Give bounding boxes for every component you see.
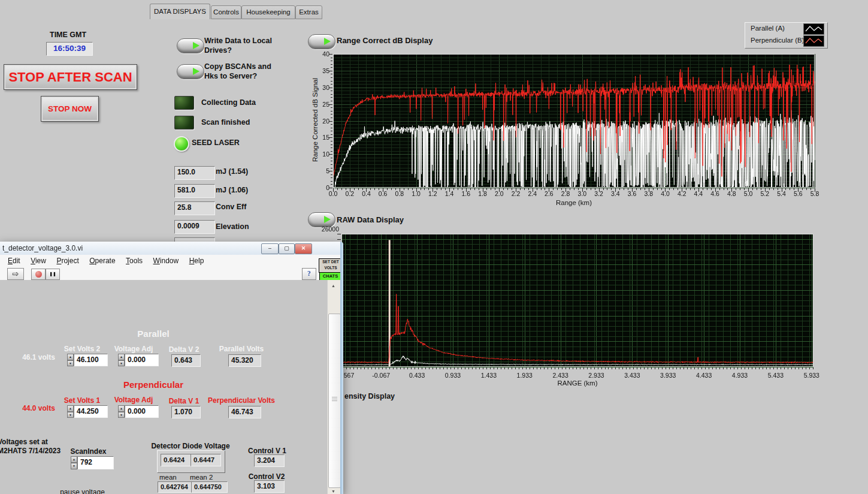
- menu-tools[interactable]: Tools: [126, 255, 143, 267]
- scan-index-label: ScanIndex: [66, 447, 111, 456]
- close-button[interactable]: ✕: [295, 243, 312, 254]
- perpendicular-heading: Perpendicular: [108, 379, 198, 390]
- toggle-arrow-icon: [324, 38, 331, 45]
- mean2-label: mean 2: [190, 474, 213, 481]
- tick-label: 5.6: [794, 190, 803, 197]
- tick-label: 4.433: [696, 372, 712, 379]
- toggle-arrow-icon: [193, 42, 199, 49]
- vi-menu-bar: Edit View Project Operate Tools Window H…: [0, 255, 317, 267]
- menu-view[interactable]: View: [31, 255, 46, 267]
- conv-eff-readout: 25.8: [174, 201, 215, 215]
- menu-project[interactable]: Project: [56, 255, 78, 267]
- tick-label: 30: [310, 84, 329, 91]
- menu-operate[interactable]: Operate: [89, 255, 115, 267]
- menu-help[interactable]: Help: [189, 255, 204, 267]
- set-volts-1-spinner[interactable]: ▲▼: [67, 405, 74, 418]
- context-help-button[interactable]: ?: [302, 268, 316, 280]
- tick-label: 3.933: [660, 372, 676, 379]
- tick-label: 0.6: [379, 190, 388, 197]
- write-data-toggle[interactable]: [177, 38, 204, 53]
- tick-label: 1.433: [481, 372, 497, 379]
- scroll-down-icon[interactable]: ▼: [331, 489, 335, 493]
- raw-data-x-axis-label: RANGE (km): [530, 379, 625, 387]
- tick-label: 4.8: [727, 190, 736, 197]
- raw-data-chart-canvas: [333, 229, 827, 382]
- tick-label: 35: [310, 67, 329, 74]
- tick-label: 5.933: [804, 372, 819, 379]
- tab-data-displays[interactable]: DATA DISPLAYS: [150, 4, 210, 19]
- abort-dot-icon: [35, 271, 42, 278]
- stop-after-scan-button[interactable]: STOP AFTER SCAN: [4, 64, 137, 90]
- tick-label: 0.4: [362, 190, 371, 197]
- minimize-button[interactable]: –: [261, 243, 279, 254]
- maximize-button[interactable]: ▢: [279, 243, 295, 254]
- tick-label: 25: [310, 101, 329, 108]
- range-correct-display-toggle[interactable]: [308, 34, 335, 49]
- pause-button[interactable]: ❚❚: [46, 269, 60, 280]
- voltage-adj-2-input[interactable]: 0.000: [125, 354, 159, 366]
- scan-index-input[interactable]: 792: [77, 456, 114, 469]
- run-button[interactable]: ⇨: [7, 268, 24, 280]
- delta-v-2-display: 0.643: [171, 354, 201, 367]
- set-volts-2-input[interactable]: 46.100: [74, 354, 108, 366]
- tick-label: 1.4: [445, 190, 454, 197]
- set-volts-1-input[interactable]: 44.250: [74, 405, 108, 418]
- tick-label: 4.6: [710, 190, 719, 197]
- vi-vertical-scrollbar[interactable]: ▲ ▼: [327, 280, 341, 494]
- vi-title-bar[interactable]: t_detector_voltage_3.0.vi – ▢ ✕: [0, 242, 343, 255]
- vi-window-title: t_detector_voltage_3.0.vi: [2, 244, 83, 252]
- tab-extras[interactable]: Extras: [295, 5, 322, 19]
- plot-legend[interactable]: Parallel (A) Perpendicular (B): [745, 22, 828, 49]
- parallel-heading: Parallel: [123, 329, 183, 339]
- menu-window[interactable]: Window: [153, 255, 179, 267]
- perpendicular-volts-display: 46.743: [228, 406, 261, 418]
- copy-bscans-toggle[interactable]: [177, 64, 204, 79]
- range-correct-chart-title: Range Correct dB Display: [337, 36, 433, 45]
- perpendicular-volts-readback: 44.0 volts: [13, 404, 64, 412]
- detector-diode-voltage-label: Detector Diode Voltage: [149, 442, 232, 450]
- tick-label: 0.2: [345, 190, 354, 197]
- tick-label: 10: [310, 150, 329, 158]
- control-v1-display: 3.204: [254, 454, 285, 467]
- voltage-adj-1-spinner[interactable]: ▲▼: [118, 405, 125, 418]
- scrollbar-grip: [329, 397, 340, 401]
- tick-label: 1.0: [412, 190, 421, 197]
- elevation-label: Elevation: [216, 222, 249, 231]
- control-v2-label: Control V2: [244, 472, 289, 481]
- tick-label: 5.2: [761, 190, 770, 197]
- time-gmt-label: TIME GMT: [50, 31, 86, 39]
- energy-2-label: mJ (1.06): [216, 186, 248, 194]
- voltage-adj-2-spinner[interactable]: ▲▼: [118, 354, 125, 366]
- toggle-arrow-icon: [324, 216, 331, 223]
- menu-edit[interactable]: Edit: [8, 255, 20, 267]
- mean-display: 0.642764: [158, 481, 193, 493]
- set-volts-2-spinner[interactable]: ▲▼: [67, 354, 74, 366]
- tick-label: 1.933: [517, 372, 533, 379]
- tick-label: 2.6: [545, 190, 554, 197]
- voltage-adj-1-label: Voltage Adj: [114, 396, 153, 404]
- voltage-adj-1-input[interactable]: 0.000: [125, 405, 159, 418]
- tick-label: 0.0: [329, 190, 338, 197]
- energy-2-readout: 581.0: [174, 184, 215, 198]
- scan-index-spinner[interactable]: ▲▼: [71, 456, 77, 469]
- legend-perpendicular-label: Perpendicular (B): [751, 37, 804, 44]
- tab-controls[interactable]: Controls: [211, 5, 241, 19]
- scrollbar-thumb[interactable]: [328, 314, 341, 488]
- tick-label: 2.4: [528, 190, 537, 197]
- tick-label: 4.2: [678, 190, 686, 197]
- stop-now-button[interactable]: STOP NOW: [41, 96, 99, 122]
- diode-voltage-1-display: 0.6424: [161, 454, 191, 466]
- scroll-up-icon[interactable]: ▲: [331, 284, 335, 288]
- tick-label: 2.933: [588, 372, 604, 379]
- detector-voltage-vi-window[interactable]: t_detector_voltage_3.0.vi – ▢ ✕ Edit Vie…: [0, 242, 343, 494]
- tick-label: 15: [310, 134, 329, 141]
- tick-label: 1.6: [461, 190, 470, 197]
- perpendicular-volts-label: Perpendicular Volts: [202, 396, 280, 405]
- range-correct-chart-canvas: [321, 51, 827, 201]
- abort-button[interactable]: [31, 269, 46, 280]
- tick-label: 20: [310, 118, 329, 125]
- parallel-volts-readback: 46.1 volts: [13, 353, 64, 362]
- seed-laser-led: [174, 136, 189, 152]
- tab-housekeeping[interactable]: Housekeeping: [241, 5, 295, 19]
- elevation-readout: 0.0009: [174, 220, 215, 234]
